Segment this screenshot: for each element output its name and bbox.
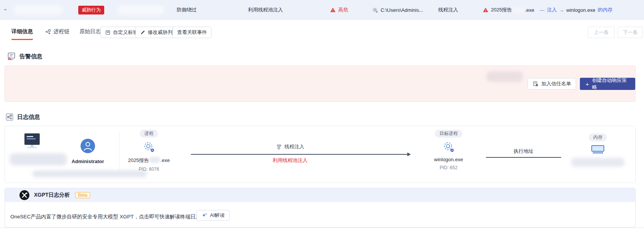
- target-process-name: winlogon.exe: [567, 7, 596, 13]
- source-process-name[interactable]: 2025报告.exe: [128, 157, 170, 164]
- exec-address-label: 执行地址: [486, 148, 561, 155]
- redacted-host-blob: [117, 5, 164, 14]
- add-trust-list-button[interactable]: 加入信任名单: [528, 78, 576, 90]
- redacted-action-blob: [486, 71, 523, 82]
- redacted-procname-blob: [149, 157, 160, 163]
- process-chain-icon: [45, 29, 52, 35]
- arrow-right-icon: →: [559, 7, 564, 13]
- memory-chip-icon: [591, 145, 604, 154]
- create-auto-response-button[interactable]: + 创建自动响应策略: [580, 78, 635, 90]
- xgpt-analysis-card: XGPT日志分析 Beta OneSEC产品内置了微步自研的安全专用大模型 XG…: [5, 188, 636, 228]
- action-label: 线程注入: [438, 0, 458, 20]
- inject-link[interactable]: 注入: [547, 6, 557, 13]
- thread-inject-icon: [276, 144, 282, 150]
- tab-raw-log[interactable]: 原始日志: [79, 28, 101, 35]
- page-bottom-divider: [0, 228, 644, 228]
- severity-label: 高危: [338, 6, 348, 13]
- warning-triangle-icon: [483, 7, 489, 13]
- tag-icon: [105, 30, 111, 35]
- next-alert-button[interactable]: 下一条: [618, 27, 643, 38]
- redacted-address-blob: [571, 158, 625, 167]
- source-process-pid: PID: 6076: [139, 167, 159, 172]
- user-avatar: [81, 139, 95, 153]
- source-file-ext: .exe: [525, 7, 534, 13]
- prev-alert-button[interactable]: 上一条: [588, 27, 615, 38]
- process-gear-icon: [142, 140, 155, 153]
- target-process-entity: 目标进程 winlogon.exe PID: 652: [418, 130, 479, 170]
- source-file-prefix: 2025报告: [491, 6, 512, 13]
- injection-arrow: [191, 154, 408, 155]
- related-events-button[interactable]: 查看关联事件: [173, 27, 211, 38]
- pencil-icon: [140, 30, 145, 35]
- collapse-caret-icon[interactable]: [3, 0, 8, 20]
- xgpt-header: XGPT日志分析 Beta: [5, 188, 635, 202]
- threat-behavior-badge: 威胁行为: [78, 6, 104, 14]
- source-process-entity: 进程 2025报告.exe PID: 6076: [118, 130, 179, 172]
- target-process-tag: 目标进程: [435, 130, 462, 138]
- alert-section-header: 告警信息: [7, 52, 42, 61]
- log-section-header: 日志信息: [5, 113, 40, 121]
- log-graph-icon: [5, 113, 14, 121]
- exec-address-line: [486, 157, 561, 158]
- ai-interpret-button[interactable]: AI解读: [196, 210, 230, 221]
- beta-badge: Beta: [75, 192, 90, 198]
- xgpt-title: XGPT日志分析: [34, 192, 70, 199]
- redacted-alert-name-blob: [13, 5, 63, 14]
- host-computer-icon: [22, 133, 42, 151]
- target-gear-icon: [442, 140, 455, 153]
- injection-summary: 2025报告 .exe — 注入 → winlogon.exe 的内存: [483, 0, 612, 20]
- active-tab-underline: [11, 39, 33, 40]
- redacted-hostname-blob: [10, 153, 67, 165]
- dash-separator: —: [540, 7, 545, 13]
- alert-doc-icon: [7, 52, 16, 61]
- alert-section-title: 告警信息: [19, 53, 42, 60]
- warning-triangle-icon: [330, 7, 336, 13]
- xgpt-logo-icon: [19, 190, 29, 200]
- gear-icon: [372, 7, 378, 13]
- user-name: Administrator: [65, 159, 111, 164]
- tab-detail-info[interactable]: 详细信息: [11, 28, 33, 35]
- technique-name: 利用线程池注入: [248, 0, 283, 20]
- target-memory-suffix[interactable]: 的内存: [597, 6, 612, 13]
- trust-list-icon: [533, 81, 539, 87]
- target-process-pid: PID: 652: [440, 165, 458, 170]
- memory-entity: 内存: [567, 133, 628, 167]
- alert-detail-page: 威胁行为 防御绕过 利用线程池注入 高危 C:\Users\Adminis...…: [0, 0, 644, 234]
- plus-icon: +: [586, 81, 589, 87]
- tab-process-chain[interactable]: 进程链: [45, 28, 69, 35]
- process-path-truncated: C:\Users\Adminis...: [381, 7, 423, 13]
- target-process-name[interactable]: winlogon.exe: [434, 157, 463, 162]
- log-section-title: 日志信息: [17, 114, 40, 121]
- edge-technique-label: 利用线程池注入: [244, 157, 336, 164]
- edge-action-label: 线程注入: [252, 143, 328, 150]
- alert-summary-card: 高危 权限获取 利用线程池注入：攻击者尝试通过线程注入实现防御绕过 威胁根因： …: [5, 66, 636, 102]
- alert-summary-row: 威胁行为 防御绕过 利用线程池注入 高危 C:\Users\Adminis...…: [0, 0, 644, 20]
- sparkle-icon: [202, 212, 208, 218]
- tactic-defense-evasion: 防御绕过: [177, 0, 197, 20]
- memory-tag: 内存: [589, 133, 607, 141]
- process-tag: 进程: [140, 130, 158, 138]
- xgpt-description: OneSEC产品内置了微步自研的安全专用大模型 XGPT，点击即可快速解读终端日…: [10, 213, 221, 220]
- redacted-filename-blob: [513, 7, 524, 13]
